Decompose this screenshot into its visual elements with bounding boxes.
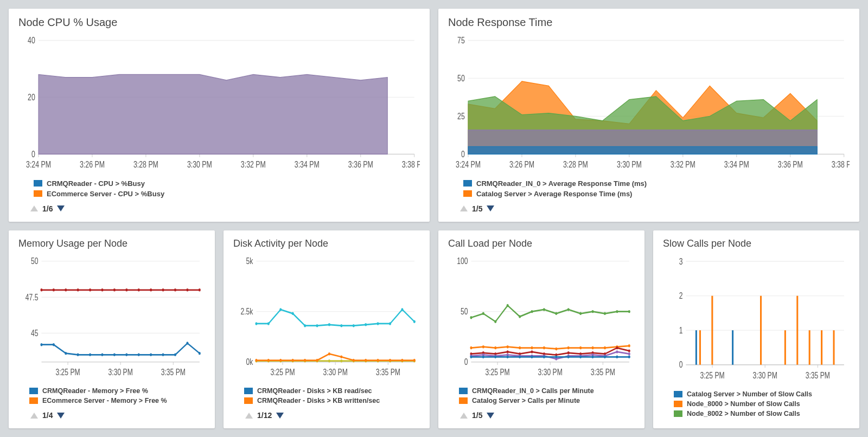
svg-point-178 <box>555 347 557 350</box>
svg-point-190 <box>531 350 533 353</box>
dashboard-grid: Node CPU % Usage 020403:24 PM3:26 PM3:28… <box>9 9 859 428</box>
chart-area-cpu: 020403:24 PM3:26 PM3:28 PM3:30 PM3:32 PM… <box>18 33 420 172</box>
svg-text:40: 40 <box>28 35 35 45</box>
svg-point-213 <box>470 355 472 358</box>
pager-up-icon[interactable] <box>460 413 468 419</box>
svg-point-180 <box>579 346 582 349</box>
svg-point-171 <box>470 346 472 349</box>
svg-point-170 <box>628 310 630 313</box>
chart-area-memory: 4547.5503:25 PM3:30 PM3:35 PM <box>18 254 205 380</box>
legend-item: CRMQReader - Disks > KB read/sec <box>244 387 420 395</box>
svg-text:3:25 PM: 3:25 PM <box>700 370 724 380</box>
svg-text:45: 45 <box>31 328 39 338</box>
pager-cpu: 1/6 <box>18 204 420 213</box>
pager-up-icon[interactable] <box>460 205 468 211</box>
svg-text:2: 2 <box>679 291 683 300</box>
svg-text:3:30 PM: 3:30 PM <box>323 367 348 377</box>
svg-point-214 <box>482 355 484 358</box>
svg-point-211 <box>616 350 618 353</box>
svg-text:3:26 PM: 3:26 PM <box>509 159 534 169</box>
card-title: Disk Activity per Node <box>233 238 420 249</box>
svg-rect-249 <box>809 330 810 365</box>
svg-text:3:36 PM: 3:36 PM <box>348 159 373 169</box>
pager-down-icon[interactable] <box>57 205 65 211</box>
svg-point-122 <box>328 359 330 362</box>
svg-point-225 <box>616 355 618 358</box>
legend-swatch <box>34 190 42 197</box>
legend-slowcalls: Catalog Server > Number of Slow CallsNod… <box>663 390 850 420</box>
pager-text: 1/5 <box>472 411 482 420</box>
svg-point-76 <box>53 343 55 346</box>
svg-point-81 <box>113 353 116 356</box>
svg-text:3:34 PM: 3:34 PM <box>724 159 749 169</box>
legend-label: CRMQReader - CPU > %Busy <box>47 179 145 188</box>
pager-down-icon[interactable] <box>57 413 65 419</box>
svg-point-75 <box>40 343 42 346</box>
svg-point-78 <box>77 353 79 356</box>
svg-point-73 <box>186 288 188 291</box>
svg-text:75: 75 <box>457 35 465 45</box>
svg-point-182 <box>604 346 606 349</box>
svg-point-169 <box>616 310 618 313</box>
svg-text:20: 20 <box>28 92 35 102</box>
legend-item: CRMQReader - Disks > KB written/sec <box>244 397 420 404</box>
svg-point-160 <box>507 304 509 306</box>
pager-down-icon[interactable] <box>487 205 494 211</box>
legend-swatch <box>674 401 682 407</box>
card-title: Memory Usage per Node <box>18 238 205 249</box>
svg-point-173 <box>494 346 496 349</box>
svg-point-65 <box>89 288 91 291</box>
legend-label: Node_8002 > Number of Slow Calls <box>687 410 800 417</box>
svg-point-177 <box>543 346 545 349</box>
svg-point-168 <box>604 312 606 314</box>
pager-down-icon[interactable] <box>487 413 494 419</box>
svg-text:3:32 PM: 3:32 PM <box>241 159 266 169</box>
pager-text: 1/5 <box>472 204 482 213</box>
pager-up-icon[interactable] <box>245 413 253 419</box>
legend-item: ECommerce Server - CPU > %Busy <box>34 190 420 198</box>
legend-label: CRMQReader - Disks > KB written/sec <box>257 397 380 404</box>
svg-point-71 <box>162 288 164 291</box>
svg-point-62 <box>53 288 55 291</box>
svg-text:3:24 PM: 3:24 PM <box>456 159 481 169</box>
svg-point-193 <box>567 351 570 354</box>
svg-text:3: 3 <box>679 256 683 266</box>
svg-point-69 <box>138 288 140 291</box>
pager-text: 1/4 <box>42 411 53 420</box>
svg-point-79 <box>89 353 91 356</box>
svg-point-82 <box>125 353 127 356</box>
legend-item: Catalog Server > Calls per Minute <box>459 397 635 404</box>
svg-point-115 <box>413 320 416 323</box>
svg-point-109 <box>340 324 342 327</box>
svg-text:3:32 PM: 3:32 PM <box>671 159 695 169</box>
svg-point-223 <box>592 355 594 358</box>
svg-point-220 <box>555 355 557 358</box>
pager-down-icon[interactable] <box>276 413 284 419</box>
svg-rect-244 <box>699 330 701 365</box>
pager-up-icon[interactable] <box>30 205 38 211</box>
chart-area-disk: 0k2.5k5k3:25 PM3:30 PM3:35 PM <box>233 254 420 380</box>
legend-item: Node_8000 > Number of Slow Calls <box>674 400 850 408</box>
dashboard-row-2: Memory Usage per Node 4547.5503:25 PM3:3… <box>9 230 859 428</box>
svg-point-112 <box>377 322 379 325</box>
legend-label: CRMQReader - Memory > Free % <box>42 387 148 395</box>
svg-point-163 <box>543 308 545 311</box>
svg-point-134 <box>304 358 306 361</box>
svg-text:3:28 PM: 3:28 PM <box>563 159 588 169</box>
pager-up-icon[interactable] <box>30 413 38 419</box>
svg-point-68 <box>125 288 127 291</box>
svg-point-140 <box>377 358 379 361</box>
svg-text:100: 100 <box>457 256 468 266</box>
svg-point-217 <box>519 355 521 358</box>
svg-point-102 <box>255 322 257 325</box>
card-title: Node CPU % Usage <box>18 16 420 29</box>
legend-item: CRMQReader_IN_0 > Calls per Minute <box>459 387 635 395</box>
svg-point-63 <box>65 288 67 291</box>
svg-point-167 <box>592 310 594 313</box>
svg-point-136 <box>328 352 330 355</box>
svg-text:2.5k: 2.5k <box>240 306 253 316</box>
svg-text:3:30 PM: 3:30 PM <box>187 159 212 169</box>
svg-text:50: 50 <box>31 256 39 266</box>
svg-point-123 <box>340 359 342 362</box>
svg-text:5k: 5k <box>246 256 253 266</box>
